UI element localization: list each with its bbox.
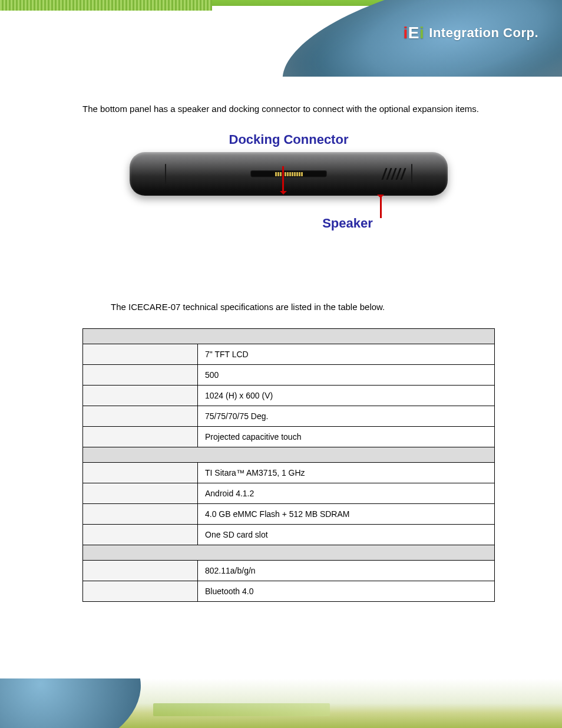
spec-value-cell: Android 4.1.2 — [198, 483, 495, 504]
spec-label-cell — [83, 463, 198, 483]
table-section-header — [83, 329, 495, 344]
spec-value-cell: 4.0 GB eMMC Flash + 512 MB SDRAM — [198, 504, 495, 525]
spec-label-cell — [83, 581, 198, 602]
table-row: TI Sitara™ AM3715, 1 GHz — [83, 463, 495, 483]
table-section-header — [83, 545, 495, 561]
spec-value-cell: 500 — [198, 365, 495, 386]
spec-value-cell: Bluetooth 4.0 — [198, 581, 495, 602]
bottom-banner — [0, 678, 562, 728]
spec-table: 7" TFT LCD 500 1024 (H) x 600 (V) 75/75/… — [82, 328, 495, 602]
table-row: 1024 (H) x 600 (V) — [83, 386, 495, 406]
intro-paragraph: The bottom panel has a speaker and docki… — [82, 100, 495, 118]
spec-value-cell: Projected capacitive touch — [198, 427, 495, 447]
spec-label-cell — [83, 406, 198, 427]
spec-label-cell — [83, 561, 198, 581]
spec-value-cell: 75/75/70/75 Deg. — [198, 406, 495, 427]
docking-connector-icon — [250, 170, 327, 177]
speaker-label: Speaker — [200, 216, 495, 231]
table-row: 4.0 GB eMMC Flash + 512 MB SDRAM — [83, 504, 495, 525]
spec-value-cell: 1024 (H) x 600 (V) — [198, 386, 495, 406]
spec-value-cell: 802.11a/b/g/n — [198, 561, 495, 581]
table-row: 7" TFT LCD — [83, 344, 495, 365]
table-row: One SD card slot — [83, 525, 495, 545]
table-row: 802.11a/b/g/n — [83, 561, 495, 581]
speaker-icon — [384, 168, 404, 180]
table-row: 500 — [83, 365, 495, 386]
section-header-cell — [83, 447, 495, 463]
brand-tagline: Integration Corp. — [429, 25, 538, 41]
spec-label-cell — [83, 483, 198, 504]
spec-value-cell: One SD card slot — [198, 525, 495, 545]
page-content: The bottom panel has a speaker and docki… — [82, 100, 495, 602]
top-banner: iEi Integration Corp. — [0, 0, 562, 77]
callout-arrow-icon — [283, 193, 294, 216]
spec-value-cell: TI Sitara™ AM3715, 1 GHz — [198, 463, 495, 483]
spec-label-cell — [83, 344, 198, 365]
callout-arrow-icon — [380, 197, 382, 218]
spec-label-cell — [83, 386, 198, 406]
spec-label-cell — [83, 525, 198, 545]
spec-value-cell: 7" TFT LCD — [198, 344, 495, 365]
spec-intro-paragraph: The ICECARE-07 technical specifications … — [111, 302, 495, 312]
table-row: Bluetooth 4.0 — [83, 581, 495, 602]
spec-label-cell — [83, 365, 198, 386]
table-section-header — [83, 447, 495, 463]
table-row: Android 4.1.2 — [83, 483, 495, 504]
table-row: 75/75/70/75 Deg. — [83, 406, 495, 427]
spec-label-cell — [83, 504, 198, 525]
section-header-cell — [83, 545, 495, 561]
device-illustration — [130, 152, 448, 196]
brand-logo: iEi Integration Corp. — [404, 24, 538, 42]
section-header-cell — [83, 329, 495, 344]
spec-label-cell — [83, 427, 198, 447]
table-row: Projected capacitive touch — [83, 427, 495, 447]
docking-connector-label: Docking Connector — [82, 132, 495, 147]
figure-bottom-panel: Docking Connector Speaker — [82, 132, 495, 231]
